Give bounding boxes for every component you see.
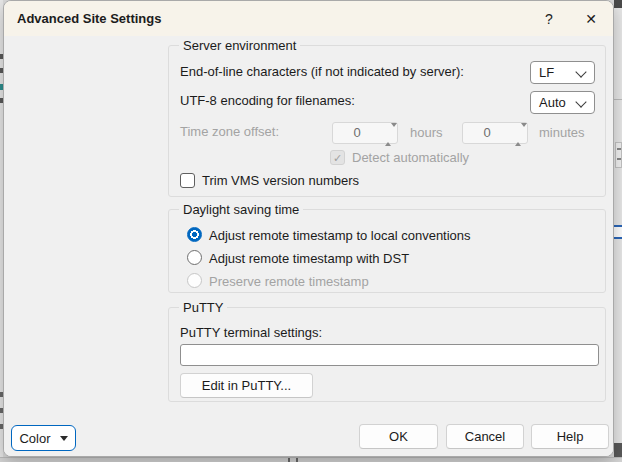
trim-vms-checkbox[interactable] xyxy=(180,173,195,188)
background-window-bottom-edge xyxy=(0,457,622,462)
cancel-button-label: Cancel xyxy=(465,429,505,444)
timezone-hours-spinner: 0 xyxy=(332,122,398,144)
radio-adjust-local-conventions-label[interactable]: Adjust remote timestamp to local convent… xyxy=(209,228,471,244)
edit-in-putty-button[interactable]: Edit in PuTTY... xyxy=(180,373,313,398)
ok-button[interactable]: OK xyxy=(359,424,438,449)
checkmark-icon: ✓ xyxy=(333,152,342,164)
utf8-dropdown-value: Auto xyxy=(539,92,566,113)
group-server-environment: Server environment End-of-line character… xyxy=(168,45,606,197)
color-dropdown-button[interactable]: Color xyxy=(11,425,76,451)
radio-preserve-timestamp xyxy=(187,273,202,288)
hours-unit-label: hours xyxy=(410,125,443,141)
spinner-arrows-icon xyxy=(515,127,523,142)
timezone-minutes-spinner: 0 xyxy=(462,122,528,144)
group-putty: PuTTY PuTTY terminal settings: Edit in P… xyxy=(168,307,606,402)
putty-settings-input[interactable] xyxy=(180,344,599,366)
background-window-right-edge xyxy=(614,0,622,462)
advanced-site-settings-dialog: Advanced Site Settings ? ✕ Server enviro… xyxy=(3,0,614,457)
spinner-arrows-icon xyxy=(385,127,393,142)
utf8-dropdown[interactable]: Auto xyxy=(530,91,595,114)
group-daylight-saving-title: Daylight saving time xyxy=(179,201,303,218)
group-putty-title: PuTTY xyxy=(179,299,227,316)
dropdown-arrow-icon xyxy=(60,436,68,441)
detect-automatically-label: Detect automatically xyxy=(352,150,469,166)
chevron-down-icon xyxy=(575,96,586,107)
eol-dropdown[interactable]: LF xyxy=(530,61,595,84)
eol-dropdown-value: LF xyxy=(539,62,554,83)
close-icon: ✕ xyxy=(585,11,597,27)
radio-preserve-timestamp-label: Preserve remote timestamp xyxy=(209,274,369,290)
help-icon: ? xyxy=(545,11,553,27)
cancel-button[interactable]: Cancel xyxy=(446,424,524,449)
trim-vms-label[interactable]: Trim VMS version numbers xyxy=(202,173,359,189)
color-button-label: Color xyxy=(19,431,50,446)
radio-adjust-with-dst-label[interactable]: Adjust remote timestamp with DST xyxy=(209,251,409,267)
dialog-body: Server environment End-of-line character… xyxy=(4,36,613,456)
minutes-unit-label: minutes xyxy=(539,125,585,141)
group-daylight-saving: Daylight saving time Adjust remote times… xyxy=(168,209,606,293)
dialog-title: Advanced Site Settings xyxy=(17,1,161,36)
eol-label: End-of-line characters (if not indicated… xyxy=(180,64,464,80)
putty-settings-label: PuTTY terminal settings: xyxy=(180,325,322,341)
detect-automatically-checkbox: ✓ xyxy=(330,150,345,165)
help-button-label: Help xyxy=(557,429,584,444)
utf8-label: UTF-8 encoding for filenames: xyxy=(180,93,355,109)
group-server-environment-title: Server environment xyxy=(179,37,300,54)
edit-in-putty-button-label: Edit in PuTTY... xyxy=(202,378,291,393)
help-button[interactable]: Help xyxy=(531,424,609,449)
radio-adjust-with-dst[interactable] xyxy=(187,250,202,265)
radio-adjust-local-conventions[interactable] xyxy=(187,227,202,242)
timezone-offset-label: Time zone offset: xyxy=(180,124,279,140)
timezone-hours-value: 0 xyxy=(333,123,381,143)
chevron-down-icon xyxy=(575,66,586,77)
ok-button-label: OK xyxy=(389,429,408,444)
help-titlebar-button[interactable]: ? xyxy=(535,4,563,33)
close-button[interactable]: ✕ xyxy=(577,4,605,33)
titlebar[interactable]: Advanced Site Settings ? ✕ xyxy=(4,1,613,36)
timezone-minutes-value: 0 xyxy=(463,123,511,143)
